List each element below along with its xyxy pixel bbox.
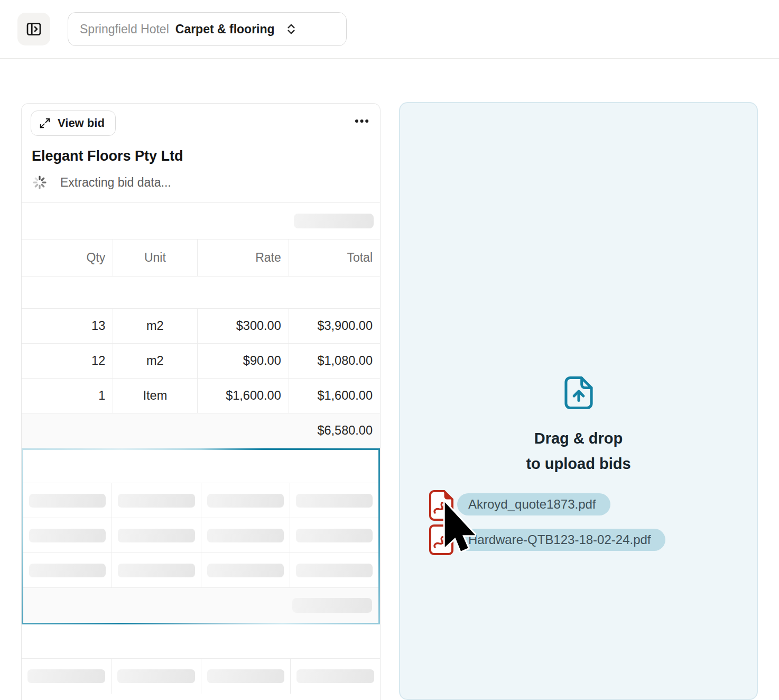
skeleton-table-row	[23, 553, 378, 588]
cell-rate: $1,600.00	[197, 379, 289, 413]
skeleton-pill	[117, 669, 195, 683]
column-header-rate: Rate	[197, 240, 289, 276]
dropzone-prompt: Drag & drop to upload bids	[400, 373, 757, 476]
subtotal-row: $6,580.00	[22, 413, 380, 448]
sidebar-toggle-button[interactable]	[17, 13, 50, 45]
subtotal-value: $6,580.00	[317, 423, 373, 438]
table-row: 12 m2 $90.00 $1,080.00	[22, 344, 380, 379]
upload-dropzone[interactable]: Drag & drop to upload bids Akroyd_quote1…	[399, 102, 758, 700]
dropzone-title-line2: to upload bids	[526, 451, 630, 476]
file-name: Hardware-QTB123-18-02-24.pdf	[468, 532, 651, 547]
cell-total: $1,600.00	[289, 379, 380, 413]
cell-qty: 1	[22, 379, 113, 413]
extracting-section	[22, 448, 380, 624]
topbar: Springfield Hotel Carpet & flooring	[0, 0, 779, 59]
panel-expand-icon	[25, 21, 42, 38]
vendor-name: Elegant Floors Pty Ltd	[32, 148, 372, 164]
cell-total: $3,900.00	[289, 309, 380, 343]
uploaded-file-chip[interactable]: Hardware-QTB123-18-02-24.pdf	[457, 529, 665, 551]
column-header-unit: Unit	[113, 240, 197, 276]
skeleton-pill	[118, 564, 194, 577]
column-header-qty: Qty	[22, 240, 113, 276]
bid-panel: View bid Elegant Floors Pty Ltd	[21, 103, 381, 700]
extraction-status: Extracting bid data...	[32, 174, 372, 190]
file-upload-icon	[559, 373, 599, 413]
empty-table-row	[22, 277, 380, 309]
skeleton-pill	[118, 494, 194, 508]
cell-unit: m2	[113, 344, 197, 378]
skeleton-pill	[27, 669, 105, 683]
skeleton-pill	[296, 564, 373, 577]
empty-table-row	[22, 624, 380, 659]
skeleton-pill	[118, 529, 194, 542]
cell-qty: 13	[22, 309, 113, 343]
skeleton-table-row	[23, 518, 378, 553]
expand-icon	[39, 117, 51, 129]
table-row: 13 m2 $300.00 $3,900.00	[22, 309, 380, 344]
view-bid-button[interactable]: View bid	[31, 110, 116, 136]
skeleton-pill	[207, 564, 284, 577]
skeleton-pill	[207, 669, 285, 683]
uploaded-file-chip[interactable]: Akroyd_quote1873.pdf	[457, 493, 610, 515]
skeleton-pill	[207, 494, 284, 508]
project-name: Springfield Hotel	[80, 22, 169, 36]
skeleton-subtotal-row	[23, 588, 378, 623]
empty-table-row	[23, 450, 378, 483]
cell-unit: m2	[113, 309, 197, 343]
skeleton-pill	[207, 529, 284, 542]
file-name: Akroyd_quote1873.pdf	[468, 497, 596, 512]
dropzone-title-line1: Drag & drop	[534, 426, 623, 451]
extraction-status-text: Extracting bid data...	[60, 176, 171, 190]
bid-card-header: View bid Elegant Floors Pty Ltd	[22, 104, 380, 203]
skeleton-pill	[294, 214, 374, 228]
chevron-up-down-icon	[284, 22, 298, 36]
skeleton-pill	[296, 494, 373, 508]
skeleton-pill	[29, 494, 106, 508]
skeleton-pill	[296, 529, 373, 542]
package-name: Carpet & flooring	[175, 22, 275, 36]
project-package-selector[interactable]: Springfield Hotel Carpet & flooring	[68, 12, 347, 46]
app-window: Springfield Hotel Carpet & flooring	[0, 0, 779, 700]
ellipsis-icon	[355, 119, 369, 123]
cell-total: $1,080.00	[289, 344, 380, 378]
cell-rate: $90.00	[197, 344, 289, 378]
card-menu-button[interactable]	[353, 110, 372, 132]
cursor-arrow-icon	[442, 501, 476, 554]
loading-row	[22, 203, 380, 240]
column-header-total: Total	[289, 240, 380, 276]
skeleton-pill	[29, 529, 106, 542]
cell-qty: 12	[22, 344, 113, 378]
spinner-icon	[32, 174, 48, 190]
skeleton-table-row	[22, 659, 380, 694]
table-header-row: Qty Unit Rate Total	[22, 240, 380, 277]
cell-unit: Item	[113, 379, 197, 413]
table-row: 1 Item $1,600.00 $1,600.00	[22, 379, 380, 413]
cell-rate: $300.00	[197, 309, 289, 343]
skeleton-pill	[29, 564, 106, 577]
skeleton-pill	[292, 598, 372, 613]
skeleton-table-row	[23, 483, 378, 518]
skeleton-pill	[296, 669, 374, 683]
view-bid-label: View bid	[58, 116, 105, 130]
